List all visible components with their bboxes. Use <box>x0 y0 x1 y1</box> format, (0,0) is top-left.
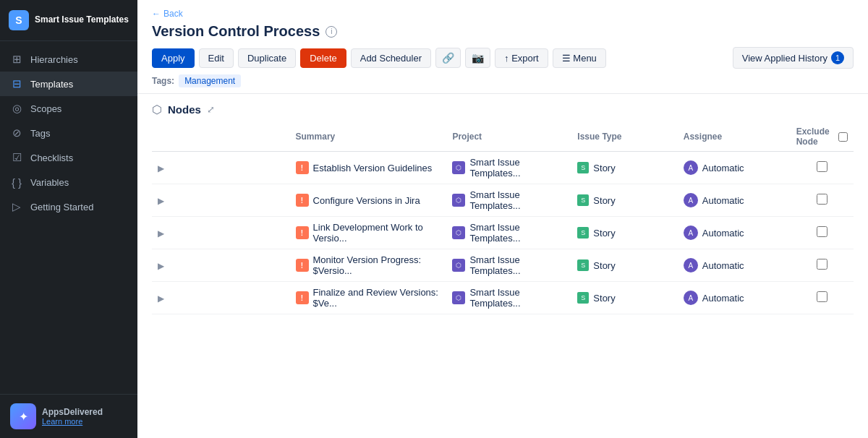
table-row: ▶ ! Link Development Work to Versio... ⬡… <box>152 217 854 249</box>
cell-issue-type-1: S Story <box>571 184 677 217</box>
info-icon[interactable]: i <box>326 26 337 38</box>
th-exclude-node: Exclude Node <box>791 122 854 152</box>
app-logo-icon: S <box>9 10 29 30</box>
sidebar-item-label: Variables <box>30 177 69 188</box>
footer-learn-more[interactable]: Learn more <box>42 417 103 426</box>
project-icon-3: ⬡ <box>452 259 465 272</box>
export-button[interactable]: ↑ Export <box>495 48 548 68</box>
getting-started-icon: ▷ <box>10 200 23 213</box>
view-history-label: View Applied History <box>742 53 827 64</box>
exclude-checkbox-3[interactable] <box>817 259 827 270</box>
sidebar-item-label: Templates <box>30 79 73 90</box>
cell-exclude-0 <box>791 152 854 184</box>
expand-icon-3[interactable]: ▶ <box>158 261 167 271</box>
sidebar-item-checklists[interactable]: ☑ Checklists <box>0 145 137 170</box>
story-icon-3: S <box>577 259 589 271</box>
cell-assignee-0: A Automatic <box>678 152 791 184</box>
expand-nodes-icon[interactable]: ⤢ <box>207 104 215 115</box>
row-expand-0[interactable]: ▶ <box>152 152 290 184</box>
nodes-header: ⬡ Nodes ⤢ <box>152 94 854 122</box>
sidebar-item-tags[interactable]: ⊘ Tags <box>0 121 137 145</box>
link-icon-button[interactable]: 🔗 <box>435 48 461 68</box>
th-assignee: Assignee <box>678 122 791 152</box>
cell-exclude-3 <box>791 249 854 282</box>
view-history-button[interactable]: View Applied History 1 <box>733 47 854 69</box>
expand-icon-2[interactable]: ▶ <box>158 228 167 239</box>
summary-text-0: Establish Version Guidelines <box>313 163 433 173</box>
page-title: Version Control Process <box>152 23 320 40</box>
row-expand-3[interactable]: ▶ <box>152 249 290 282</box>
cell-project-1: ⬡ Smart Issue Templates... <box>446 184 571 217</box>
add-scheduler-button[interactable]: Add Scheduler <box>351 48 431 68</box>
row-expand-1[interactable]: ▶ <box>152 184 290 217</box>
back-button[interactable]: ← Back <box>152 9 183 19</box>
exclude-checkbox-4[interactable] <box>817 291 827 302</box>
nodes-icon: ⬡ <box>152 103 162 116</box>
avatar-2: A <box>684 226 698 240</box>
sidebar-item-label: Scopes <box>30 103 61 114</box>
avatar-3: A <box>684 258 698 272</box>
avatar-4: A <box>684 291 698 305</box>
exclude-all-checkbox[interactable] <box>838 132 848 142</box>
cell-assignee-3: A Automatic <box>678 249 791 282</box>
expand-icon-0[interactable]: ▶ <box>158 163 167 173</box>
summary-text-2: Link Development Work to Versio... <box>313 222 441 244</box>
scopes-icon: ◎ <box>10 102 23 115</box>
exclude-checkbox-0[interactable] <box>817 161 827 172</box>
export-icon: ↑ <box>504 53 511 64</box>
cell-issue-type-3: S Story <box>571 249 677 282</box>
apply-button[interactable]: Apply <box>152 48 195 68</box>
cell-issue-type-4: S Story <box>571 282 677 314</box>
expand-icon-1[interactable]: ▶ <box>158 196 167 206</box>
sidebar-item-getting-started[interactable]: ▷ Getting Started <box>0 194 137 219</box>
delete-button[interactable]: Delete <box>300 48 346 68</box>
hierarchies-icon: ⊞ <box>10 53 23 66</box>
cell-summary-0: ! Establish Version Guidelines <box>290 152 447 184</box>
summary-text-3: Monitor Version Progress: $Versio... <box>313 254 441 276</box>
cell-project-4: ⬡ Smart Issue Templates... <box>446 282 571 314</box>
assignee-text-0: Automatic <box>702 163 744 173</box>
summary-text-1: Configure Versions in Jira <box>313 195 420 206</box>
th-project: Project <box>446 122 571 152</box>
sidebar-item-hierarchies[interactable]: ⊞ Hierarchies <box>0 47 137 72</box>
sidebar-footer: ✦ AppsDelivered Learn more <box>0 394 137 438</box>
nodes-title: Nodes <box>168 103 201 116</box>
row-expand-4[interactable]: ▶ <box>152 282 290 314</box>
exclude-checkbox-2[interactable] <box>817 226 827 237</box>
camera-icon-button[interactable]: 📷 <box>465 48 490 68</box>
issue-type-text-3: Story <box>593 260 615 271</box>
cell-project-0: ⬡ Smart Issue Templates... <box>446 152 571 184</box>
duplicate-button[interactable]: Duplicate <box>238 48 296 68</box>
edit-button[interactable]: Edit <box>199 48 234 68</box>
project-icon-4: ⬡ <box>452 291 465 304</box>
table-body: ▶ ! Establish Version Guidelines ⬡ Smart… <box>152 152 854 314</box>
sidebar-item-templates[interactable]: ⊟ Templates <box>0 72 137 96</box>
menu-button[interactable]: ☰ Menu <box>553 48 606 68</box>
nodes-table: Summary Project Issue Type Assignee Excl… <box>152 122 854 314</box>
sidebar-item-label: Hierarchies <box>30 54 78 65</box>
sidebar-logo-area: S Smart Issue Templates <box>0 0 137 41</box>
cell-summary-2: ! Link Development Work to Versio... <box>290 217 447 249</box>
expand-icon-4[interactable]: ▶ <box>158 293 167 304</box>
issue-icon-1: ! <box>296 194 309 207</box>
issue-type-text-4: Story <box>593 293 615 304</box>
project-text-1: Smart Issue Templates... <box>469 189 566 211</box>
export-label: Export <box>511 53 539 64</box>
checklists-icon: ☑ <box>10 151 23 164</box>
cell-assignee-1: A Automatic <box>678 184 791 217</box>
exclude-checkbox-1[interactable] <box>817 194 827 205</box>
project-text-0: Smart Issue Templates... <box>469 157 566 179</box>
th-summary-label: Summary <box>290 122 447 152</box>
sidebar-item-label: Tags <box>30 128 50 139</box>
table-row: ▶ ! Finalize and Review Versions: $Ve...… <box>152 282 854 314</box>
tag-management[interactable]: Management <box>179 74 241 87</box>
summary-text-4: Finalize and Review Versions: $Ve... <box>313 287 441 309</box>
nodes-section: ⬡ Nodes ⤢ Summary Project Issue Type Ass… <box>137 94 868 438</box>
cell-assignee-4: A Automatic <box>678 282 791 314</box>
assignee-text-1: Automatic <box>702 195 744 206</box>
cell-summary-3: ! Monitor Version Progress: $Versio... <box>290 249 447 282</box>
row-expand-2[interactable]: ▶ <box>152 217 290 249</box>
sidebar-item-scopes[interactable]: ◎ Scopes <box>0 96 137 121</box>
sidebar-item-variables[interactable]: { } Variables <box>0 170 137 194</box>
project-icon-0: ⬡ <box>452 161 465 174</box>
